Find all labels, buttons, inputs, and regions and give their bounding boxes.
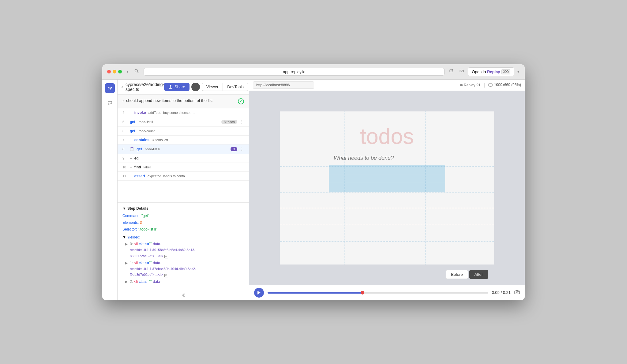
traffic-light-yellow[interactable] bbox=[113, 70, 116, 73]
sidebar-item-chat[interactable] bbox=[105, 98, 115, 108]
step-item-6[interactable]: 6 get .todo-count bbox=[118, 127, 249, 136]
sidebar-item-cypress[interactable]: cy bbox=[105, 83, 115, 93]
svg-rect-2 bbox=[450, 69, 453, 72]
todo-input-area bbox=[329, 151, 445, 165]
back-button[interactable]: ‹ bbox=[126, 68, 130, 75]
step-loading-spinner bbox=[130, 147, 134, 151]
after-button[interactable]: After bbox=[469, 270, 488, 279]
todo-app: todos bbox=[280, 111, 494, 265]
view-toggle: Viewer DevTools bbox=[202, 83, 248, 91]
share-button[interactable]: Share bbox=[164, 83, 190, 91]
todo-header: todos bbox=[360, 111, 414, 149]
step-more-button[interactable]: ⋮ bbox=[240, 147, 244, 152]
detail-selector-row: Selector: ".todo-list li" bbox=[122, 227, 244, 232]
collapse-sidebar-button[interactable] bbox=[118, 290, 249, 300]
selector-label: Selector: bbox=[122, 227, 137, 231]
devtools-tab[interactable]: DevTools bbox=[223, 83, 248, 91]
yielded-item-1[interactable]: ▶ 1: <li class="" data- reactid=".0.1.1.… bbox=[125, 260, 244, 278]
app-preview-frame: todos bbox=[280, 111, 494, 265]
yielded-item-2[interactable]: ▶ 2: <li class="" data- bbox=[125, 279, 244, 285]
step-args: label bbox=[144, 165, 151, 169]
screenshot-button[interactable] bbox=[514, 290, 520, 295]
traffic-light-green[interactable] bbox=[118, 70, 122, 73]
step-item-4[interactable]: 4 – invoke addTodo, buy some cheese, … bbox=[118, 108, 249, 117]
expand-icon[interactable]: ⊕ bbox=[164, 255, 168, 258]
share-icon[interactable] bbox=[448, 68, 456, 75]
viewer-toolbar: http://localhost:8888/ Replay 91 1000x66… bbox=[249, 80, 525, 91]
test-description-row: ‹ should append new items to the bottom … bbox=[118, 95, 249, 108]
back-navigation-button[interactable]: ‹ bbox=[121, 84, 123, 90]
step-minus: – bbox=[130, 111, 132, 115]
svg-rect-5 bbox=[515, 291, 520, 294]
step-command: eq bbox=[134, 156, 139, 160]
step-number: 6 bbox=[122, 129, 127, 133]
selector-value: ".todo-list li" bbox=[138, 227, 157, 231]
replay-number: 91 bbox=[476, 83, 480, 87]
search-icon[interactable] bbox=[133, 68, 140, 75]
share-label: Share bbox=[175, 84, 185, 89]
li-tag: <li bbox=[134, 261, 139, 265]
detail-command-row: Command: "get" bbox=[122, 213, 244, 219]
svg-point-6 bbox=[516, 291, 518, 293]
command-value: "get" bbox=[141, 214, 149, 218]
step-number: 8 bbox=[122, 147, 127, 151]
reactid-value: reactid=".0.1.1.$0158bfa6-b5e4-4a82-8a13… bbox=[130, 248, 195, 252]
step-number: 5 bbox=[122, 120, 127, 124]
replay-dot bbox=[460, 84, 463, 86]
attr-class: class= bbox=[139, 261, 149, 265]
shortcut-badge: ⌘O bbox=[501, 69, 511, 74]
open-in-replay-button[interactable]: Open in Replay ⌘O bbox=[468, 67, 514, 76]
data-reactid-attr: data- bbox=[153, 242, 161, 246]
step-badge: 3 todos bbox=[221, 120, 237, 124]
replay-badge: Replay 91 bbox=[460, 83, 481, 87]
avatar bbox=[191, 83, 200, 91]
chevron-down-icon: ▼ bbox=[122, 206, 126, 211]
step-item-10[interactable]: 10 – find label bbox=[118, 163, 249, 172]
viewer-panel: http://localhost:8888/ Replay 91 1000x66… bbox=[249, 80, 525, 300]
chevron-left-icon: ‹ bbox=[122, 99, 124, 103]
chevron-down-icon[interactable]: ▼ bbox=[517, 70, 520, 73]
step-minus: – bbox=[130, 138, 132, 142]
step-details-title: Step Details bbox=[127, 206, 148, 211]
step-number: 4 bbox=[122, 111, 127, 114]
icon-sidebar: cy bbox=[102, 80, 118, 300]
todos-title: todos bbox=[360, 124, 414, 149]
pass-status-icon: ✓ bbox=[238, 98, 244, 104]
step-item-7[interactable]: 7 – contains 3 items left bbox=[118, 136, 249, 144]
timeline-handle[interactable] bbox=[361, 291, 364, 295]
svg-rect-3 bbox=[489, 84, 492, 86]
before-button[interactable]: Before bbox=[446, 270, 468, 279]
test-panel: ‹ cypress/e2e/adding-spec.ts Share Viewe… bbox=[118, 80, 249, 300]
yielded-label-row: ▼ Yielded: bbox=[122, 235, 244, 240]
traffic-light-red[interactable] bbox=[107, 70, 111, 73]
yielded-section: ▼ Yielded: ▶ 0: <li class="" data- react… bbox=[122, 235, 244, 285]
link-icon[interactable] bbox=[458, 68, 465, 75]
step-details-toggle[interactable]: ▼ Step Details bbox=[122, 206, 244, 211]
total-time: 0:21 bbox=[503, 290, 511, 295]
attr-class: class= bbox=[139, 242, 149, 246]
expand-icon[interactable]: ⊕ bbox=[164, 274, 168, 277]
browser-window: ‹ app.replay.io Open in Replay bbox=[102, 64, 525, 300]
expand-arrow: ▶ bbox=[125, 280, 128, 284]
step-item-5[interactable]: 5 get .todo-list li 3 todos ⋮ bbox=[118, 117, 249, 127]
step-item-11[interactable]: 11 – assert expected .labels to conta… bbox=[118, 172, 249, 181]
todo-row-2 bbox=[329, 174, 445, 183]
attr-class: class= bbox=[139, 280, 149, 284]
url-bar[interactable]: http://localhost:8888/ bbox=[253, 81, 314, 89]
viewer-tab[interactable]: Viewer bbox=[202, 83, 223, 91]
step-item-9[interactable]: 9 – eq bbox=[118, 154, 249, 163]
screen-size-value: 1000x660 (95%) bbox=[494, 83, 521, 87]
todo-row-3 bbox=[329, 183, 445, 192]
step-args: .todo-list li bbox=[145, 147, 160, 151]
step-more-button[interactable]: ⋮ bbox=[240, 119, 244, 124]
todo-input[interactable] bbox=[329, 151, 445, 165]
play-button[interactable] bbox=[254, 288, 264, 298]
step-badge: 3 bbox=[231, 147, 237, 151]
step-command: assert bbox=[134, 174, 145, 178]
test-description-text: should append new items to the bottom of… bbox=[126, 98, 235, 103]
timeline-track[interactable] bbox=[268, 292, 488, 294]
address-bar[interactable]: app.replay.io bbox=[144, 68, 445, 76]
step-item-8[interactable]: 8 get .todo-list li 3 ⋮ bbox=[118, 144, 249, 154]
step-command: find bbox=[134, 165, 141, 169]
yielded-item-0[interactable]: ▶ 0: <li class="" data- reactid=".0.1.1.… bbox=[125, 241, 244, 259]
